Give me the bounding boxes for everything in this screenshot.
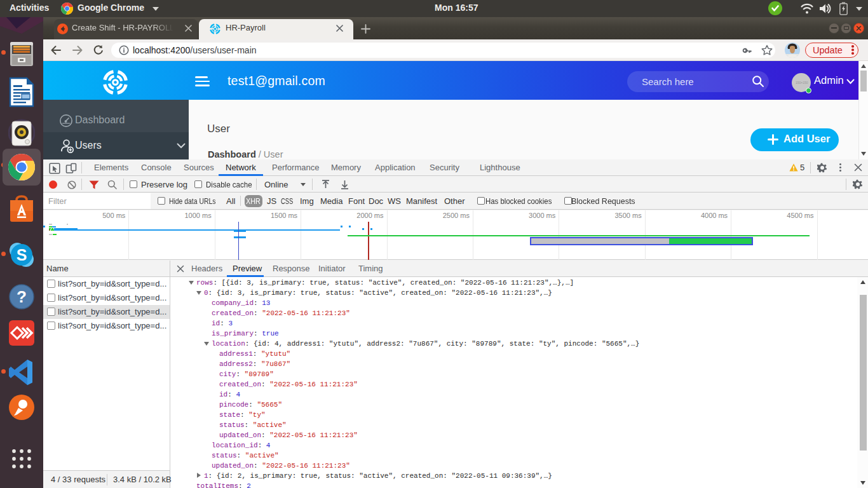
svg-text:S: S — [17, 246, 27, 264]
svg-text:?: ? — [17, 287, 27, 306]
